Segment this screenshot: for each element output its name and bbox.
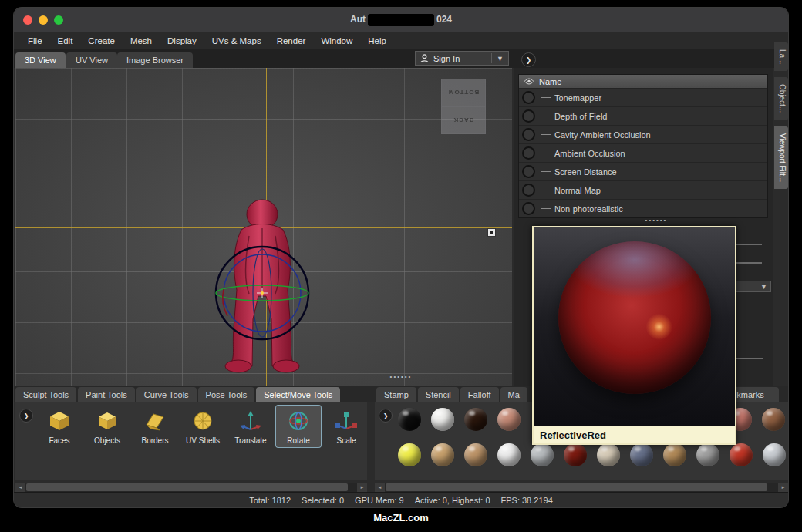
viewport-resize-handle[interactable]: ••••••	[366, 373, 436, 380]
tab-select-move-tools[interactable]: Select/Move Tools	[256, 387, 340, 402]
side-tab-strip: La... Object... Viewport Filt...	[774, 42, 788, 189]
tab-pose-tools[interactable]: Pose Tools	[198, 387, 255, 402]
material-swatch-yellow[interactable]	[398, 443, 421, 466]
tab-stamp[interactable]: Stamp	[376, 387, 416, 402]
filter-row-ambient-occlusion[interactable]: Ambient Occlusion	[519, 143, 767, 162]
scrollbar-track[interactable]	[385, 483, 778, 492]
material-swatch-dark-red[interactable]	[564, 443, 587, 466]
tab-image-browser[interactable]: Image Browser	[117, 52, 193, 68]
material-swatch-gray[interactable]	[696, 443, 719, 466]
tab-falloff[interactable]: Falloff	[460, 387, 499, 402]
rotate-manipulator[interactable]	[212, 243, 312, 343]
tool-tray-scrollbar[interactable]: ◄ ►	[15, 483, 367, 492]
filter-toggle[interactable]	[522, 202, 535, 215]
3d-viewport[interactable]: BACK BOTTOM	[15, 68, 512, 386]
tool-scale[interactable]: Scale	[324, 406, 369, 447]
scrollbar-track[interactable]	[25, 483, 357, 492]
status-selected: Selected: 0	[302, 496, 344, 505]
axis-widget[interactable]	[487, 228, 496, 237]
tool-faces[interactable]: Faces	[37, 406, 82, 447]
tree-connector	[541, 171, 551, 172]
view-cube-face-bottom[interactable]: BOTTOM	[441, 79, 486, 106]
menu-help[interactable]: Help	[360, 36, 394, 45]
tab-stencil[interactable]: Stencil	[418, 387, 459, 402]
chevron-down-icon[interactable]: ▼	[497, 55, 504, 62]
tray-expand-button[interactable]: ❯	[19, 409, 33, 423]
tab-paint-tools[interactable]: Paint Tools	[78, 387, 135, 402]
menu-render[interactable]: Render	[269, 36, 314, 45]
divider	[491, 53, 492, 63]
eye-icon	[524, 78, 534, 85]
swatch-tray-scrollbar[interactable]: ◄ ►	[375, 483, 788, 492]
tool-objects[interactable]: Objects	[85, 406, 130, 447]
material-swatch-black[interactable]	[398, 408, 421, 431]
arrow-right-icon: ❯	[526, 56, 532, 64]
scroll-right-icon[interactable]: ►	[357, 483, 367, 492]
tree-connector	[541, 153, 551, 153]
filter-toggle[interactable]	[522, 146, 535, 160]
filter-toggle[interactable]	[522, 184, 535, 197]
scrollbar-thumb[interactable]	[386, 483, 767, 491]
material-swatch-espresso[interactable]	[464, 408, 487, 431]
filter-toggle[interactable]	[522, 165, 535, 178]
reflective-red-sphere	[558, 241, 711, 394]
material-swatch-white[interactable]	[431, 408, 454, 431]
side-tab-layers[interactable]: La...	[774, 42, 788, 71]
filters-header-label: Name	[539, 77, 561, 86]
panel-expand-button[interactable]: ❯	[521, 52, 536, 67]
view-cube[interactable]: BACK BOTTOM	[441, 79, 486, 134]
menu-window[interactable]: Window	[313, 36, 360, 45]
tab-material-presets[interactable]: Ma	[500, 387, 527, 402]
tray-expand-button[interactable]: ❯	[379, 409, 393, 423]
filter-toggle[interactable]	[522, 91, 535, 104]
material-swatch-brown[interactable]	[762, 408, 785, 431]
material-swatch-reflective-red[interactable]	[730, 443, 753, 466]
rotate-icon	[285, 408, 312, 434]
material-swatch-silver[interactable]	[531, 443, 554, 466]
filter-row-screen-distance[interactable]: Screen Distance	[519, 162, 767, 180]
filter-row-depth-of-field[interactable]: Depth of Field	[519, 106, 767, 125]
material-swatch-slate[interactable]	[630, 443, 653, 466]
scrollbar-thumb[interactable]	[26, 483, 348, 491]
filter-toggle[interactable]	[522, 128, 535, 141]
view-cube-face-back[interactable]: BACK	[441, 106, 486, 134]
tab-3d-view[interactable]: 3D View	[15, 52, 66, 68]
tab-uv-view[interactable]: UV View	[66, 52, 117, 68]
filter-toggle[interactable]	[522, 109, 535, 123]
menu-create[interactable]: Create	[80, 36, 123, 45]
material-swatch-caramel[interactable]	[663, 443, 686, 466]
scroll-right-icon[interactable]: ►	[778, 483, 788, 492]
menu-edit[interactable]: Edit	[50, 36, 81, 45]
material-swatch-porcelain[interactable]	[497, 443, 521, 466]
material-swatch-tan[interactable]	[431, 443, 454, 466]
window-title: Aut024	[14, 14, 788, 26]
menu-file[interactable]: File	[20, 36, 50, 45]
scroll-left-icon[interactable]: ◄	[15, 483, 25, 492]
filter-row-normal-map[interactable]: Normal Map	[519, 180, 767, 199]
side-tab-viewport-filters[interactable]: Viewport Filt...	[774, 126, 788, 189]
material-swatch-light-brown[interactable]	[464, 443, 487, 466]
panel-resize-handle[interactable]: ••••••	[622, 217, 691, 224]
material-swatch-cream[interactable]	[597, 443, 620, 466]
tool-rotate[interactable]: Rotate	[276, 406, 321, 447]
scroll-left-icon[interactable]: ◄	[375, 483, 385, 492]
menu-uvs-maps[interactable]: UVs & Maps	[204, 36, 269, 45]
tool-uv-shells[interactable]: UV Shells	[180, 406, 225, 447]
filter-row-cavity-ao[interactable]: Cavity Ambient Occlusion	[519, 125, 767, 143]
filter-row-non-photorealistic[interactable]: Non-photorealistic	[519, 199, 767, 217]
menu-display[interactable]: Display	[160, 36, 204, 45]
uv-shells-icon	[190, 408, 216, 434]
filter-row-tonemapper[interactable]: Tonemapper	[519, 88, 767, 106]
tab-curve-tools[interactable]: Curve Tools	[136, 387, 197, 402]
side-tab-object[interactable]: Object...	[774, 77, 788, 120]
tool-borders[interactable]: Borders	[133, 406, 177, 447]
status-gpu-mem: GPU Mem: 9	[355, 496, 404, 505]
objects-icon	[94, 408, 120, 434]
tool-translate[interactable]: Translate	[228, 406, 273, 447]
tab-sculpt-tools[interactable]: Sculpt Tools	[15, 387, 76, 402]
app-window: Aut024 File Edit Create Mesh Display UVs…	[14, 8, 788, 507]
material-swatch-terracotta[interactable]	[497, 408, 521, 431]
material-swatch-chrome[interactable]	[763, 443, 786, 466]
sign-in-dropdown[interactable]: Sign In ▼	[415, 51, 509, 66]
menu-mesh[interactable]: Mesh	[123, 36, 160, 45]
